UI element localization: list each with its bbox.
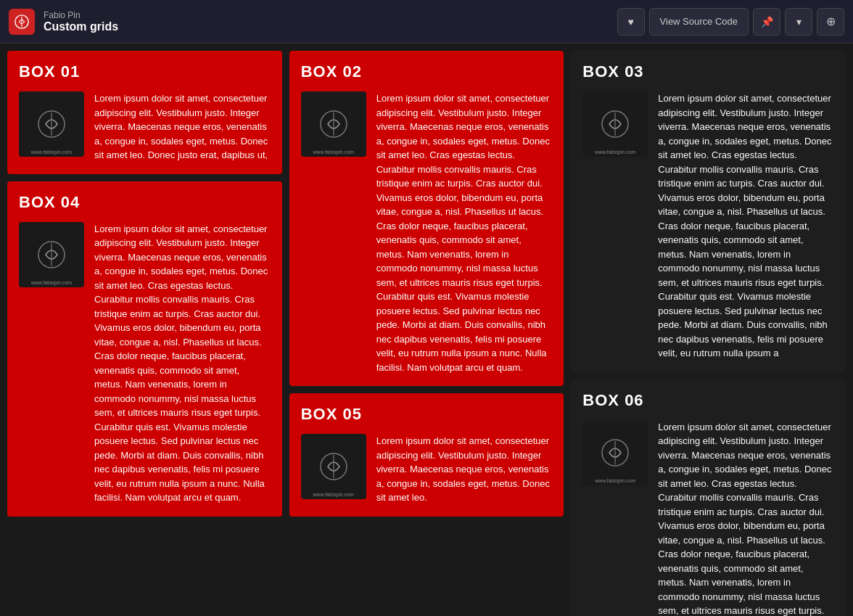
box-05-image-label: www.fabiopin.com: [301, 492, 366, 497]
box-04-image-label: www.fabiopin.com: [19, 280, 84, 285]
box-06-content: www.fabiopin.com Lorem ipsum dolor sit a…: [582, 420, 834, 617]
box-05-image: www.fabiopin.com: [301, 434, 366, 499]
header-username: Fabio Pin: [44, 10, 118, 20]
box-06-card: BOX 06 www.fabiopin.com Lorem ipsum dolo…: [571, 379, 846, 617]
link-button[interactable]: ⊕: [817, 8, 844, 36]
column-1: BOX 01 www.fabiopin.com Lorem ipsum dolo…: [7, 51, 282, 517]
box-02-text: Lorem ipsum dolor sit amet, consectetuer…: [376, 91, 553, 374]
box-02-card: BOX 02 www.fabiopin.com Lorem ipsum dolo…: [289, 51, 564, 386]
box-05-text: Lorem ipsum dolor sit amet, consectetuer…: [376, 434, 553, 505]
header-right: ♥ View Source Code 📌 ▾ ⊕: [617, 8, 844, 36]
box-06-title: BOX 06: [582, 391, 834, 410]
box-03-title: BOX 03: [582, 62, 834, 81]
header-title: Custom grids: [44, 20, 118, 33]
pin-button[interactable]: 📌: [753, 8, 780, 36]
box-04-text: Lorem ipsum dolor sit amet, consectetuer…: [94, 222, 271, 505]
box-04-content: www.fabiopin.com Lorem ipsum dolor sit a…: [19, 222, 271, 505]
box-03-card: BOX 03 www.fabiopin.com Lorem ipsum dolo…: [571, 51, 846, 372]
view-source-label: View Source Code: [660, 16, 738, 27]
heart-icon: ♥: [627, 16, 633, 28]
pin-icon: 📌: [761, 16, 773, 28]
chevron-down-icon: ▾: [796, 16, 802, 28]
box-03-image-label: www.fabiopin.com: [582, 149, 648, 155]
box-01-image-label: www.fabiopin.com: [19, 149, 84, 155]
box-01-image: www.fabiopin.com: [19, 91, 84, 157]
main-content: BOX 01 www.fabiopin.com Lorem ipsum dolo…: [0, 44, 853, 616]
box-02-image: www.fabiopin.com: [301, 91, 366, 157]
box-05-content: www.fabiopin.com Lorem ipsum dolor sit a…: [301, 434, 553, 505]
column-2: BOX 02 www.fabiopin.com Lorem ipsum dolo…: [289, 51, 564, 517]
box-02-content: www.fabiopin.com Lorem ipsum dolor sit a…: [301, 91, 553, 374]
box-03-image: www.fabiopin.com: [582, 91, 648, 157]
view-source-button[interactable]: View Source Code: [649, 8, 749, 36]
box-04-title: BOX 04: [19, 193, 271, 212]
box-01-card: BOX 01 www.fabiopin.com Lorem ipsum dolo…: [7, 51, 282, 174]
box-05-card: BOX 05 www.fabiopin.com Lorem ipsum dolo…: [289, 393, 564, 517]
column-3: BOX 03 www.fabiopin.com Lorem ipsum dolo…: [571, 51, 846, 616]
box-01-title: BOX 01: [19, 62, 271, 81]
box-01-content: www.fabiopin.com Lorem ipsum dolor sit a…: [19, 91, 271, 163]
chevron-button[interactable]: ▾: [785, 8, 812, 36]
header-title-block: Fabio Pin Custom grids: [44, 10, 118, 33]
header-left: Fabio Pin Custom grids: [9, 9, 118, 35]
heart-button[interactable]: ♥: [617, 8, 645, 36]
logo: [9, 9, 35, 35]
box-02-title: BOX 02: [301, 62, 553, 81]
box-06-image: www.fabiopin.com: [582, 420, 648, 485]
box-01-text: Lorem ipsum dolor sit amet, consectetuer…: [94, 91, 271, 163]
box-05-title: BOX 05: [301, 405, 553, 424]
box-06-text: Lorem ipsum dolor sit amet, consectetuer…: [658, 420, 834, 617]
link-icon: ⊕: [826, 15, 836, 28]
box-06-image-label: www.fabiopin.com: [582, 478, 648, 483]
box-04-card: BOX 04 www.fabiopin.com Lorem ipsum dolo…: [7, 181, 282, 517]
box-04-image: www.fabiopin.com: [19, 222, 84, 287]
box-03-text: Lorem ipsum dolor sit amet, consectetuer…: [658, 91, 834, 361]
box-02-image-label: www.fabiopin.com: [301, 149, 366, 155]
box-03-content: www.fabiopin.com Lorem ipsum dolor sit a…: [582, 91, 834, 361]
header: Fabio Pin Custom grids ♥ View Source Cod…: [0, 0, 853, 44]
